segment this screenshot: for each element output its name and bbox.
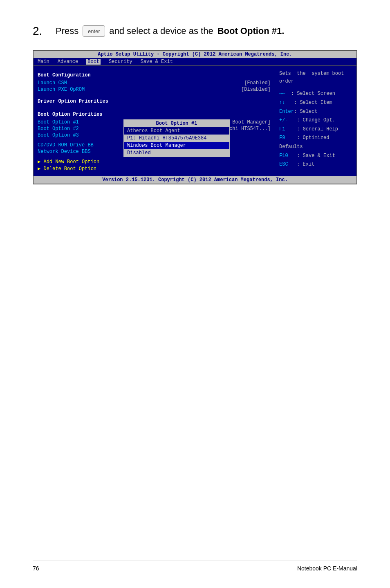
shortcut-change: +/- : Change Opt. [279, 116, 352, 125]
launch-pxe-value: [Disabled] [241, 87, 271, 92]
enter-key: enter [83, 25, 105, 37]
step-text: Press enter and select a device as the B… [56, 25, 284, 37]
dropdown-atheros[interactable]: Atheros Boot Agent [124, 127, 229, 135]
key-f10: F10 [279, 153, 288, 159]
and-label: and select a device as the [109, 26, 213, 36]
driver-option-header: Driver Option Priorities [38, 99, 271, 104]
add-boot-option-row[interactable]: ▶ Add New Boot Option [38, 158, 271, 165]
dropdown-disabled[interactable]: Disabled [124, 149, 229, 157]
shortcut-esc: ESC : Exit [279, 160, 352, 169]
boot-option-3-label: Boot Option #3 [38, 132, 79, 138]
delete-boot-option-label: ▶ Delete Boot Option [38, 166, 96, 172]
nav-boot[interactable]: Boot [86, 59, 101, 65]
nav-security[interactable]: Security [109, 59, 132, 65]
bios-screen: Aptio Setup Utility - Copyright (C) 2012… [33, 50, 357, 184]
key-f1: F1 [279, 126, 285, 132]
page-container: 2. Press enter and select a device as th… [0, 0, 390, 588]
shortcut-f10: F10 : Save & Exit [279, 152, 352, 161]
footer-title: Notebook PC E-Manual [297, 565, 357, 572]
launch-csm-row[interactable]: Launch CSM [Enabled] [38, 80, 271, 86]
boot-option-priorities-header: Boot Option Priorities [38, 112, 271, 117]
nav-advance[interactable]: Advance [58, 59, 78, 65]
bios-title-bar: Aptio Setup Utility - Copyright (C) 2012… [34, 51, 356, 58]
page-number: 76 [33, 565, 39, 572]
boot-option-2-label: Boot Option #2 [38, 126, 79, 132]
page-footer: 76 Notebook PC E-Manual [33, 561, 357, 572]
dropdown-windows[interactable]: Windows Boot Manager [124, 142, 229, 149]
shortcut-f1: F1 : General Help [279, 125, 352, 134]
boot-config-header: Boot Configuration [38, 72, 271, 78]
bios-nav-bar: Main Advance Boot Security Save & Exit [34, 58, 356, 66]
bios-footer: Version 2.15.1231. Copyright (C) 2012 Am… [34, 176, 356, 184]
bios-content: Boot Configuration Launch CSM [Enabled] … [34, 66, 356, 176]
shortcut-select-screen: →← : Select Screen [279, 90, 352, 99]
shortcut-select-item: ↑↓ : Select Item [279, 99, 352, 108]
boot-option-dropdown[interactable]: Boot Option #1 Atheros Boot Agent P1: Hi… [123, 119, 230, 157]
bios-left-panel: Boot Configuration Launch CSM [Enabled] … [34, 68, 275, 174]
key-f9: F9 [279, 135, 285, 141]
shortcut-f9: F9 : Optimized Defaults [279, 134, 352, 151]
delete-boot-option-row[interactable]: ▶ Delete Boot Option [38, 165, 271, 172]
dropdown-hitachi[interactable]: P1: Hitachi HTS547575A9E384 [124, 135, 229, 142]
bios-right-panel: Sets the system bootorder →← : Select Sc… [275, 68, 356, 174]
boot-option-label: Boot Option #1. [217, 26, 285, 36]
step-number: 2. [33, 25, 49, 38]
bios-shortcuts: →← : Select Screen ↑↓ : Select Item Ente… [279, 90, 352, 169]
step-line: 2. Press enter and select a device as th… [33, 25, 357, 38]
launch-pxe-row[interactable]: Launch PXE OpROM [Disabled] [38, 86, 271, 93]
add-boot-option-label: ▶ Add New Boot Option [38, 159, 99, 165]
cd-dvd-label: CD/DVD ROM Drive BB [38, 142, 94, 148]
dropdown-title: Boot Option #1 [124, 120, 229, 127]
launch-pxe-label: Launch PXE OpROM [38, 87, 85, 92]
key-arrows-lr: →← [279, 91, 285, 97]
launch-csm-label: Launch CSM [38, 80, 67, 86]
key-arrows-ud: ↑↓ [279, 100, 285, 105]
nav-save-exit[interactable]: Save & Exit [141, 59, 173, 65]
shortcut-enter: Enter: Select [279, 108, 352, 117]
key-plus-minus: +/- [279, 117, 288, 123]
press-label: Press [56, 26, 78, 36]
key-enter: Enter [279, 109, 294, 114]
network-device-label: Network Device BBS [38, 149, 91, 155]
bios-help-text: Sets the system bootorder [279, 70, 352, 85]
launch-csm-value: [Enabled] [244, 80, 271, 86]
boot-option-1-label: Boot Option #1 [38, 119, 79, 125]
key-esc: ESC [279, 162, 288, 167]
nav-main[interactable]: Main [38, 59, 49, 65]
